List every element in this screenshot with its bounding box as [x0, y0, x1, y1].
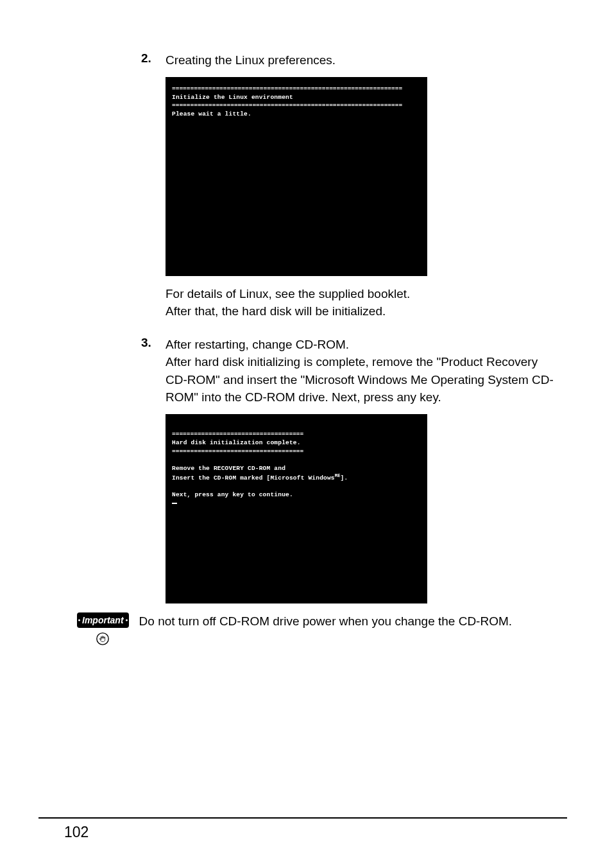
step-2-after-line-2: After that, the hard disk will be initia…	[166, 302, 554, 320]
step-3-body-container: After restarting, change CD-ROM. After h…	[166, 336, 554, 406]
important-badge: Important	[77, 612, 129, 628]
terminal-2-heading: Hard disk initialization complete.	[172, 438, 421, 447]
terminal-1-body: Please wait a little.	[172, 110, 421, 118]
terminal-screenshot-2: ==================================== Har…	[166, 414, 427, 603]
terminal-1-heading: Initialize the Linux environment	[172, 93, 421, 101]
terminal-2-line-2: Insert the CD-ROM marked [Microsoft Wind…	[172, 473, 421, 482]
cursor-icon	[172, 503, 177, 504]
step-2-after: For details of Linux, see the supplied b…	[166, 285, 554, 320]
important-badge-container: Important	[77, 612, 129, 648]
step-2-after-line-1: For details of Linux, see the supplied b…	[166, 285, 554, 303]
terminal-screenshot-1: ========================================…	[166, 77, 427, 276]
step-2-title: Creating the Linux preferences.	[166, 51, 554, 69]
step-3: 3. After restarting, change CD-ROM. Afte…	[141, 336, 554, 406]
terminal-2-hr-bottom: ====================================	[172, 447, 421, 456]
step-2-number: 2.	[141, 51, 166, 69]
footer-divider	[38, 817, 567, 819]
terminal-2-blank-2	[172, 482, 421, 490]
page-footer: 102	[0, 817, 612, 841]
important-callout: Important Do not turn off CD-ROM drive p…	[77, 612, 554, 648]
important-text: Do not turn off CD-ROM drive power when …	[139, 612, 522, 630]
page-content: 2. Creating the Linux preferences. =====…	[0, 0, 612, 648]
terminal-2-blank-1	[172, 456, 421, 464]
terminal-2-hr-top: ====================================	[172, 430, 421, 438]
hand-point-icon	[77, 632, 129, 648]
step-3-body-text: After hard disk initializing is complete…	[166, 353, 554, 406]
step-2-body: Creating the Linux preferences.	[166, 51, 554, 69]
terminal-1-hr-top: ========================================…	[172, 85, 421, 93]
step-3-number: 3.	[141, 336, 166, 406]
terminal-2-line-1: Remove the RECOVERY CD-ROM and	[172, 464, 421, 473]
terminal-1-hr-bottom: ========================================…	[172, 101, 421, 110]
page-number: 102	[64, 824, 612, 841]
terminal-2-line-3: Next, press any key to continue.	[172, 490, 421, 499]
terminal-2-blank-top	[172, 422, 421, 430]
step-3-title: After restarting, change CD-ROM.	[166, 336, 554, 354]
terminal-2-cursor-line	[172, 499, 421, 508]
step-2: 2. Creating the Linux preferences.	[141, 51, 554, 69]
